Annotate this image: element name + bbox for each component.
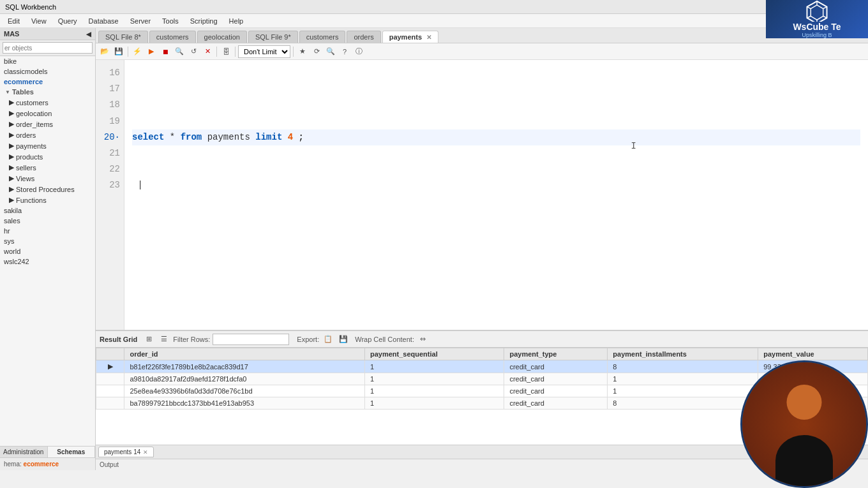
footer-tab-payments[interactable]: payments 14 ✕ — [98, 447, 154, 457]
editor-area[interactable]: 16 17 18 19 20· 21 22 23 select * — [96, 60, 868, 330]
query-toolbar: 📂 💾 ⚡ ▶ ⏹ 🔍 ↺ ✕ 🗄 Don't Limit 100 rows 2… — [96, 43, 868, 60]
cancel-btn[interactable]: ✕ — [201, 45, 214, 58]
export-btn-1[interactable]: 📋 — [322, 333, 334, 346]
schema-ecommerce[interactable]: ecommerce — [0, 77, 95, 87]
cursor-indicator: I — [631, 141, 636, 151]
menu-scripting[interactable]: Scripting — [185, 16, 223, 26]
tab-geolocation[interactable]: geolocation — [197, 31, 247, 43]
footer-tab-close-icon[interactable]: ✕ — [143, 449, 148, 455]
menu-help[interactable]: Help — [224, 16, 249, 26]
stop-btn[interactable]: ⏹ — [159, 45, 172, 58]
schema-wslc242[interactable]: wslc242 — [0, 256, 95, 267]
limit-select[interactable]: Don't Limit 100 rows 200 rows 1000 rows — [238, 45, 290, 58]
line-num-18: 18 — [100, 97, 120, 113]
kw-limit: limit — [255, 132, 282, 142]
webcam-content — [742, 362, 866, 486]
tree-views[interactable]: ▶ Views — [0, 173, 95, 184]
line-num-23: 23 — [100, 177, 120, 193]
menu-tools[interactable]: Tools — [157, 16, 184, 26]
menu-view[interactable]: View — [26, 16, 52, 26]
menu-query[interactable]: Query — [53, 16, 82, 26]
line-num-20: 20· — [100, 129, 120, 145]
explain-btn[interactable]: 🔍 — [173, 45, 186, 58]
sidebar: MAS ◀ bike classicmodels ecommerce ▼ Tab… — [0, 28, 96, 470]
tree-functions[interactable]: ▶ Functions — [0, 195, 95, 205]
tree-payments[interactable]: ▶ payments — [0, 140, 95, 151]
menu-database[interactable]: Database — [84, 16, 124, 26]
tab-close-icon[interactable]: ✕ — [426, 34, 431, 41]
person-body — [775, 435, 833, 486]
person-head — [787, 385, 822, 420]
tree-tables[interactable]: ▼ Tables — [0, 87, 95, 97]
zoom-btn[interactable]: 🔍 — [324, 45, 337, 58]
tab-administration[interactable]: Administration — [0, 447, 48, 457]
info-btn[interactable]: ⓘ — [352, 45, 365, 58]
menu-edit[interactable]: Edit — [3, 16, 25, 26]
result-toolbar: Result Grid ⊞ ☰ Filter Rows: Export: 📋 💾… — [96, 331, 868, 348]
cell-payment-inst: 8 — [608, 360, 758, 373]
col-payment-inst[interactable]: payment_installments — [608, 348, 758, 360]
open-file-btn[interactable]: 📂 — [98, 45, 111, 58]
line-num-19: 19 — [100, 114, 120, 129]
editor-content[interactable]: select * from payments limit 4 ; — [124, 60, 868, 330]
bookmark-btn[interactable]: ★ — [296, 45, 309, 58]
info-text: hema: — [4, 461, 24, 468]
row-arrow: ▶ — [96, 360, 124, 373]
cell-order-id: ba78997921bbcdc1373bb41e913ab953 — [124, 397, 364, 410]
logo-sub: Upskilling B — [802, 32, 832, 38]
kw-from: from — [181, 132, 202, 142]
table-icon: ▶ — [9, 98, 14, 107]
tab-payments[interactable]: payments ✕ — [382, 31, 438, 43]
schema-bike[interactable]: bike — [0, 56, 95, 66]
col-payment-val[interactable]: payment_value — [758, 348, 868, 360]
schema-sakila[interactable]: sakila — [0, 205, 95, 216]
schema-sales[interactable]: sales — [0, 216, 95, 226]
result-header-row: order_id payment_sequential payment_type… — [96, 348, 868, 360]
schema-classicmodels[interactable]: classicmodels — [0, 66, 95, 77]
tab-sql-file-9[interactable]: SQL File 9* — [248, 31, 298, 43]
code-line-16 — [132, 65, 860, 81]
kw-star: * — [170, 132, 175, 142]
col-payment-seq[interactable]: payment_sequential — [364, 348, 504, 360]
triangle-icon: ▼ — [5, 89, 10, 95]
schema-sys[interactable]: sys — [0, 236, 95, 246]
tab-customers-1[interactable]: customers — [149, 31, 196, 43]
tab-schemas[interactable]: Schemas — [48, 447, 96, 457]
schema-btn[interactable]: 🗄 — [220, 45, 232, 58]
code-line-20: select * from payments limit 4 ; — [132, 129, 860, 145]
result-form-btn[interactable]: ⊞ — [142, 333, 155, 346]
schema-hr[interactable]: hr — [0, 226, 95, 236]
export-btn-2[interactable]: 💾 — [337, 333, 350, 346]
tree-order-items[interactable]: ▶ order_items — [0, 119, 95, 129]
menu-server[interactable]: Server — [125, 16, 156, 26]
tree-sellers[interactable]: ▶ sellers — [0, 162, 95, 173]
tree-stored-procs[interactable]: ▶ Stored Procedures — [0, 184, 95, 195]
cell-payment-inst: 8 — [608, 397, 758, 410]
sidebar-bottom-tabs: Administration Schemas — [0, 447, 95, 458]
tree-customers[interactable]: ▶ customers — [0, 97, 95, 108]
sidebar-toggle-icon[interactable]: ◀ — [86, 31, 91, 38]
refresh-btn[interactable]: ↺ — [187, 45, 200, 58]
execute-selection-btn[interactable]: ▶ — [145, 45, 158, 58]
col-payment-type[interactable]: payment_type — [504, 348, 608, 360]
tree-orders[interactable]: ▶ orders — [0, 129, 95, 140]
code-line-21 — [132, 145, 860, 161]
triangle-icon: ▶ — [9, 185, 14, 193]
execute-btn[interactable]: ⚡ — [131, 45, 144, 58]
tree-products[interactable]: ▶ products — [0, 151, 95, 162]
filter-rows-input[interactable] — [213, 334, 289, 345]
tree-geolocation[interactable]: ▶ geolocation — [0, 108, 95, 119]
schema-world[interactable]: world — [0, 246, 95, 256]
tab-sql-file-8[interactable]: SQL File 8* — [98, 31, 148, 43]
tab-orders[interactable]: orders — [347, 31, 380, 43]
schema-filter-input[interactable] — [3, 42, 93, 54]
format-btn[interactable]: ⟳ — [310, 45, 323, 58]
tab-customers-2[interactable]: customers — [299, 31, 346, 43]
title-text: SQL Workbench — [5, 3, 56, 11]
output-label: Output — [100, 461, 119, 468]
help-btn[interactable]: ? — [338, 45, 351, 58]
save-file-btn[interactable]: 💾 — [112, 45, 125, 58]
result-toggle-btn[interactable]: ☰ — [158, 333, 170, 346]
wrap-btn[interactable]: ⇔ — [417, 333, 430, 346]
col-order-id[interactable]: order_id — [124, 348, 364, 360]
